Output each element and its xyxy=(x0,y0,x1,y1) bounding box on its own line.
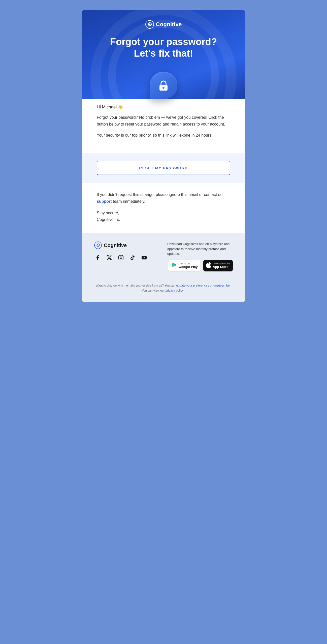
greeting-text: Hi Michael 👋, xyxy=(97,104,230,110)
email-hero: Cognitive Forgot your password? Let's fi… xyxy=(82,10,245,99)
app-badges-row: GET IT ON Google Play D xyxy=(168,260,233,271)
google-play-badge-text: GET IT ON Google Play xyxy=(179,262,198,269)
support-link[interactable]: support xyxy=(97,199,112,204)
svg-point-1 xyxy=(149,24,150,25)
footer-legal: Want to change which emails you receive … xyxy=(94,278,233,293)
instagram-icon[interactable] xyxy=(117,254,124,261)
header-logo-text: Cognitive xyxy=(156,21,182,28)
app-desc-text: Download Cognitives app on playstore and… xyxy=(167,242,233,256)
bottom-footer: Cognitive xyxy=(82,233,245,302)
hero-title: Forgot your password? Let's fix that! xyxy=(94,36,233,59)
footer-content: If you didn't request this change, pleas… xyxy=(82,183,245,233)
reset-password-button[interactable]: RESET MY PASSWORD xyxy=(97,161,230,175)
footer-logo-section: Cognitive xyxy=(94,242,148,261)
lock-bubble-wrapper xyxy=(94,72,233,99)
body-paragraph-1: Forgot your password? No problem — we've… xyxy=(97,114,230,128)
footer-app-section: Download Cognitives app on playstore and… xyxy=(167,242,233,271)
unsubscribe-link[interactable]: unsubscribe xyxy=(213,284,231,287)
svg-point-6 xyxy=(97,245,99,246)
update-preferences-link[interactable]: update your preferences xyxy=(176,284,210,287)
footer-logo-text: Cognitive xyxy=(104,243,127,248)
lock-icon xyxy=(157,79,170,92)
svg-point-8 xyxy=(120,257,122,259)
cognitive-logo-icon xyxy=(145,20,154,29)
youtube-icon[interactable] xyxy=(141,254,148,261)
svg-point-9 xyxy=(122,256,122,257)
button-area: RESET MY PASSWORD xyxy=(82,153,245,183)
disclaimer-text: If you didn't request this change, pleas… xyxy=(97,191,230,205)
social-icons-row xyxy=(94,254,148,261)
app-store-badge-text: Download on the App Store xyxy=(213,262,230,269)
facebook-icon[interactable] xyxy=(94,254,101,261)
footer-logo-icon xyxy=(94,242,102,249)
google-play-icon xyxy=(171,262,177,269)
footer-logo-row: Cognitive xyxy=(94,242,148,249)
header-logo-row: Cognitive xyxy=(94,20,233,29)
svg-rect-7 xyxy=(119,255,123,260)
sign-off: Stay secure, Cognitive.inc xyxy=(97,210,230,223)
body-paragraph-2: Your security is our top priority, so th… xyxy=(97,132,230,139)
svg-rect-4 xyxy=(163,88,164,89)
footer-top-row: Cognitive xyxy=(94,242,233,271)
privacy-policy-link[interactable]: privacy policy xyxy=(166,289,184,292)
lock-bubble xyxy=(150,72,177,99)
app-store-badge[interactable]: Download on the App Store xyxy=(203,260,233,271)
google-play-badge[interactable]: GET IT ON Google Play xyxy=(168,260,201,271)
x-twitter-icon[interactable] xyxy=(106,254,113,261)
tiktok-icon[interactable] xyxy=(129,254,136,261)
apple-icon xyxy=(206,262,211,269)
email-wrapper: Cognitive Forgot your password? Let's fi… xyxy=(82,10,245,302)
